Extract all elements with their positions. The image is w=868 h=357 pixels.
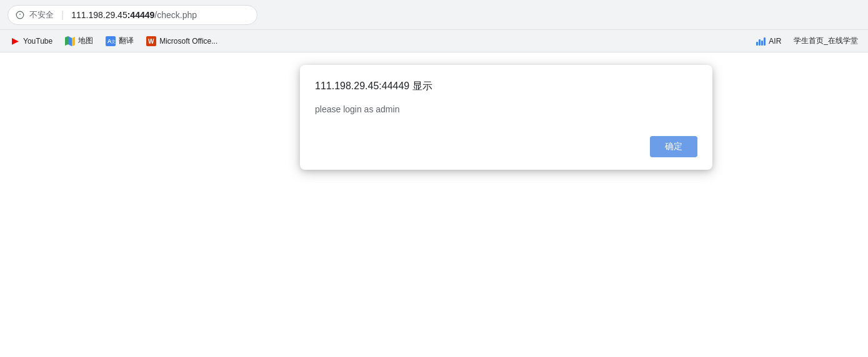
dialog-footer: 确定 (315, 136, 697, 157)
bar1 (756, 42, 758, 46)
separator: | (61, 9, 64, 21)
bookmark-maps[interactable]: 地图 (60, 33, 98, 49)
confirm-button[interactable]: 确定 (650, 136, 697, 157)
bookmark-student-label: 学生首页_在线学堂 (794, 36, 858, 46)
bookmarks-bar: ▶ YouTube 地图 A 文 翻译 (0, 30, 868, 52)
air-icon (756, 36, 766, 46)
bar4 (764, 37, 766, 46)
not-secure-label: 不安全 (29, 9, 54, 21)
address-bar: 不安全 | 111.198.29.45:44449/check.php (0, 0, 868, 30)
url-bar[interactable]: 不安全 | 111.198.29.45:44449/check.php (7, 5, 257, 25)
url-display: 111.198.29.45:44449/check.php (71, 10, 197, 20)
bookmark-air[interactable]: AIR (751, 34, 786, 49)
translate-icon: A 文 (106, 36, 116, 46)
bar2 (759, 39, 761, 46)
bar-chart-icon (756, 37, 766, 46)
bookmark-youtube[interactable]: ▶ YouTube (5, 34, 57, 49)
svg-marker-6 (72, 37, 75, 46)
svg-marker-4 (65, 36, 68, 46)
bookmark-translate[interactable]: A 文 翻译 (101, 33, 139, 49)
office-icon: W (146, 36, 156, 46)
bookmark-youtube-label: YouTube (23, 37, 52, 46)
bookmark-air-label: AIR (769, 37, 781, 46)
dialog-message: please login as admin (315, 103, 697, 116)
svg-text:W: W (148, 38, 154, 45)
url-path: /check.php (154, 10, 197, 20)
alert-dialog: 111.198.29.45:44449 显示 please login as a… (300, 65, 712, 170)
bookmark-maps-label: 地图 (78, 36, 93, 46)
svg-text:文: 文 (111, 39, 116, 44)
url-host: 111.198.29.45:44449 (71, 10, 154, 20)
bookmark-student[interactable]: 学生首页_在线学堂 (789, 33, 863, 49)
maps-icon (65, 36, 75, 46)
security-icon (16, 11, 24, 19)
page-content: 111.198.29.45:44449 显示 please login as a… (0, 52, 868, 357)
url-port: :44449 (127, 10, 155, 20)
bookmark-office[interactable]: W Microsoft Office... (141, 34, 222, 49)
bar3 (761, 41, 763, 46)
bookmark-office-label: Microsoft Office... (159, 37, 217, 46)
bookmarks-right: AIR 学生首页_在线学堂 (751, 33, 863, 49)
bookmark-translate-label: 翻译 (119, 36, 134, 46)
youtube-icon: ▶ (10, 36, 20, 46)
dialog-title: 111.198.29.45:44449 显示 (315, 80, 697, 93)
